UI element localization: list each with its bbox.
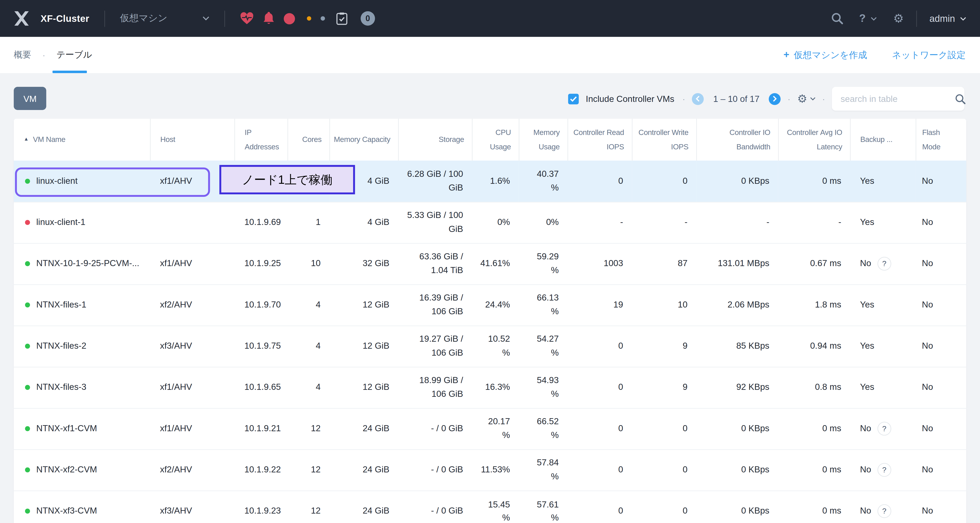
vm-cores-cell: 1 bbox=[288, 202, 329, 243]
column-header-backup[interactable]: Backup ... bbox=[850, 119, 916, 161]
vm-name-link[interactable]: NTNX-xf1-CVM bbox=[36, 422, 97, 435]
vm-flash-cell: No bbox=[916, 202, 966, 243]
vm-cores-cell: 12 bbox=[288, 491, 329, 523]
column-header-memory[interactable]: Memory Capacity bbox=[329, 119, 398, 161]
vm-cores-cell: 12 bbox=[288, 449, 329, 490]
column-header-flash[interactable]: Flash Mode bbox=[916, 119, 966, 161]
vm-write_iops-cell: 9 bbox=[632, 367, 696, 408]
vm-cpu-cell: 10.52 % bbox=[472, 326, 519, 367]
vm-name-link[interactable]: linux-client bbox=[36, 174, 78, 188]
plus-icon: + bbox=[783, 49, 789, 60]
chevron-down-icon[interactable] bbox=[871, 17, 877, 21]
vm-read_iops-cell: - bbox=[568, 202, 632, 243]
vm-name-cell: NTNX-files-1 bbox=[14, 285, 150, 326]
include-cvm-checkbox[interactable] bbox=[568, 93, 579, 104]
vm-backup-cell: No? bbox=[850, 408, 916, 449]
column-header-io_bandwidth[interactable]: Controller IO Bandwidth bbox=[696, 119, 778, 161]
table-row[interactable]: linux-client-110.1.9.6914 GiB5.33 GiB / … bbox=[14, 202, 966, 243]
vm-flash-cell: No bbox=[916, 449, 966, 490]
entity-type-button[interactable]: VM bbox=[14, 87, 46, 110]
tab-overview[interactable]: 概要 bbox=[14, 49, 31, 60]
table-row[interactable]: NTNX-files-2xf3/AHV10.1.9.75412 GiB19.27… bbox=[14, 326, 966, 367]
network-config-button[interactable]: ネットワーク設定 bbox=[892, 49, 966, 61]
alerts-bell-icon[interactable] bbox=[263, 12, 274, 25]
vm-host-cell bbox=[150, 202, 234, 243]
cluster-name[interactable]: XF-Cluster bbox=[41, 13, 89, 24]
column-header-mem_usage[interactable]: Memory Usage bbox=[519, 119, 568, 161]
column-header-name[interactable]: ▲VM Name bbox=[14, 119, 150, 161]
pagination-prev-button[interactable] bbox=[692, 93, 704, 105]
table-row[interactable]: NTNX-xf3-CVMxf3/AHV10.1.9.231224 GiB- / … bbox=[14, 491, 966, 523]
column-header-io_latency[interactable]: Controller Avg IO Latency bbox=[778, 119, 850, 161]
vm-name-link[interactable]: NTNX-xf3-CVM bbox=[36, 505, 97, 518]
vm-read_iops-cell: 0 bbox=[568, 449, 632, 490]
vm-name-link[interactable]: NTNX-files-1 bbox=[36, 298, 86, 312]
vm-backup-cell: Yes bbox=[850, 367, 916, 408]
vm-name-link[interactable]: NTNX-files-2 bbox=[36, 339, 86, 353]
vm-flash-cell: No bbox=[916, 408, 966, 449]
gear-icon[interactable]: ⚙ bbox=[893, 13, 904, 24]
nutanix-x-logo[interactable] bbox=[14, 11, 29, 25]
vm-power-status-icon bbox=[25, 302, 30, 307]
vm-read_iops-cell: 19 bbox=[568, 285, 632, 326]
vm-io_latency-cell: 0 ms bbox=[778, 408, 850, 449]
vm-io_latency-cell: 0 ms bbox=[778, 161, 850, 202]
vm-mem_usage-cell: 66.13 % bbox=[519, 285, 568, 326]
search-icon[interactable] bbox=[955, 93, 966, 104]
vm-backup-cell: Yes bbox=[850, 285, 916, 326]
vm-name-link[interactable]: NTNX-files-3 bbox=[36, 381, 86, 394]
vm-backup-cell: Yes bbox=[850, 161, 916, 202]
vm-io_bandwidth-cell: 85 KBps bbox=[696, 326, 778, 367]
pagination-range: 1 – 10 of 17 bbox=[713, 94, 759, 104]
backup-help-icon[interactable]: ? bbox=[877, 422, 891, 436]
column-header-read_iops[interactable]: Controller Read IOPS bbox=[568, 119, 632, 161]
tab-table[interactable]: テーブル bbox=[56, 49, 92, 60]
vm-name-link[interactable]: NTNX-xf2-CVM bbox=[36, 463, 97, 477]
table-search-input[interactable] bbox=[839, 93, 955, 104]
help-icon[interactable]: ? bbox=[859, 12, 866, 25]
table-settings-gear-icon[interactable]: ⚙ bbox=[797, 93, 815, 104]
pagination-next-button[interactable] bbox=[769, 93, 781, 105]
table-row[interactable]: NTNX-files-3xf1/AHV10.1.9.65412 GiB18.99… bbox=[14, 367, 966, 408]
info-alerts-dot-icon[interactable] bbox=[321, 16, 325, 21]
divider bbox=[104, 10, 105, 27]
vm-memory-cell: 24 GiB bbox=[329, 408, 398, 449]
column-header-storage[interactable]: Storage bbox=[398, 119, 472, 161]
backup-help-icon[interactable]: ? bbox=[877, 463, 891, 477]
backup-help-icon[interactable]: ? bbox=[877, 505, 891, 518]
create-vm-button[interactable]: + 仮想マシンを作成 bbox=[783, 49, 867, 61]
search-icon[interactable] bbox=[831, 13, 843, 24]
user-menu[interactable]: admin bbox=[929, 13, 966, 24]
table-row[interactable]: linux-clientxf1/AHV4 GiB6.28 GiB / 100 G… bbox=[14, 161, 966, 202]
topbar: XF-Cluster 仮想マシン bbox=[0, 0, 980, 37]
warning-alerts-dot-icon[interactable] bbox=[307, 16, 311, 21]
table-row[interactable]: NTNX-files-1xf2/AHV10.1.9.70412 GiB16.39… bbox=[14, 285, 966, 326]
vm-write_iops-cell: - bbox=[632, 202, 696, 243]
table-row[interactable]: NTNX-10-1-9-25-PCVM-...xf1/AHV10.1.9.251… bbox=[14, 243, 966, 285]
include-cvm-label: Include Controller VMs bbox=[586, 94, 675, 104]
critical-alerts-icon[interactable] bbox=[284, 13, 295, 24]
tasks-count-badge[interactable]: 0 bbox=[361, 11, 375, 25]
column-header-ip[interactable]: IP Addresses bbox=[234, 119, 288, 161]
vm-storage-cell: 63.36 GiB / 1.04 TiB bbox=[398, 243, 472, 285]
table-row[interactable]: NTNX-xf1-CVMxf1/AHV10.1.9.211224 GiB- / … bbox=[14, 408, 966, 449]
column-header-cores[interactable]: Cores bbox=[288, 119, 329, 161]
entity-nav-dropdown[interactable]: 仮想マシン bbox=[120, 13, 209, 24]
vm-name-link[interactable]: NTNX-10-1-9-25-PCVM-... bbox=[36, 257, 139, 270]
vm-name-link[interactable]: linux-client-1 bbox=[36, 216, 85, 229]
vm-host-cell: xf1/AHV bbox=[150, 408, 234, 449]
vm-name-cell: linux-client bbox=[14, 161, 150, 202]
table-row[interactable]: NTNX-xf2-CVMxf2/AHV10.1.9.221224 GiB- / … bbox=[14, 449, 966, 490]
separator-dot: · bbox=[788, 94, 791, 103]
backup-help-icon[interactable]: ? bbox=[877, 257, 891, 270]
vm-ip-cell: 10.1.9.23 bbox=[234, 491, 288, 523]
column-header-host[interactable]: Host bbox=[150, 119, 234, 161]
vm-storage-cell: - / 0 GiB bbox=[398, 449, 472, 490]
vm-io_latency-cell: 0.94 ms bbox=[778, 326, 850, 367]
tasks-clipboard-icon[interactable] bbox=[336, 12, 347, 25]
health-heart-icon[interactable] bbox=[240, 12, 254, 25]
user-name: admin bbox=[929, 13, 955, 24]
column-header-write_iops[interactable]: Controller Write IOPS bbox=[632, 119, 696, 161]
vm-ip-cell: 10.1.9.25 bbox=[234, 243, 288, 285]
column-header-cpu[interactable]: CPU Usage bbox=[472, 119, 519, 161]
